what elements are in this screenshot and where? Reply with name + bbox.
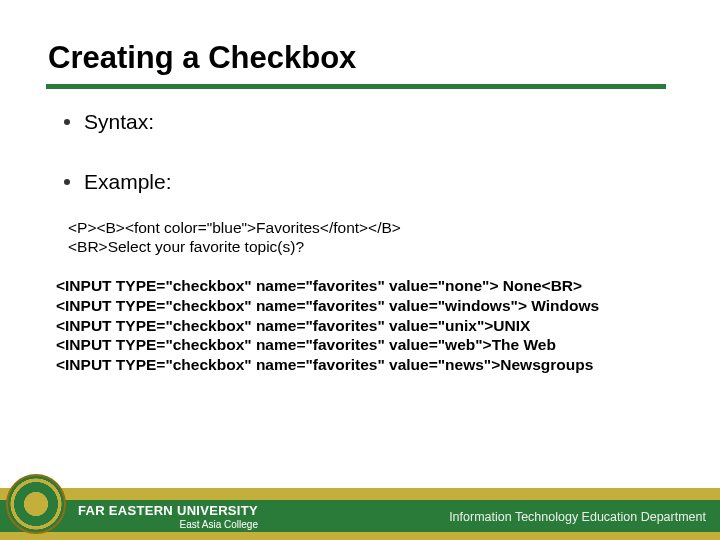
university-block: FAR EASTERN UNIVERSITY East Asia College (78, 503, 258, 530)
footer-stripe-gold (0, 488, 720, 500)
code-line: <INPUT TYPE="checkbox" name="favorites" … (56, 335, 599, 355)
university-seal-icon (6, 474, 66, 534)
slide: Creating a Checkbox Syntax: Example: <P>… (0, 0, 720, 540)
code-line: <INPUT TYPE="checkbox" name="favorites" … (56, 355, 599, 375)
title-underline (46, 84, 666, 89)
footer: FAR EASTERN UNIVERSITY East Asia College… (0, 484, 720, 540)
bullet-syntax: Syntax: (58, 110, 154, 134)
slide-title: Creating a Checkbox (48, 40, 356, 76)
university-name: FAR EASTERN UNIVERSITY (78, 503, 258, 518)
bullet-syntax-label: Syntax: (84, 110, 154, 134)
bullet-example: Example: (58, 170, 172, 194)
code-line: <INPUT TYPE="checkbox" name="favorites" … (56, 316, 599, 336)
code-line: <P><B><font color="blue">Favorites</font… (68, 218, 401, 237)
bullet-example-label: Example: (84, 170, 172, 194)
code-block-2: <INPUT TYPE="checkbox" name="favorites" … (56, 276, 599, 375)
bullet-dot-icon (64, 179, 70, 185)
bullet-dot-icon (64, 119, 70, 125)
code-line: <BR>Select your favorite topic(s)? (68, 237, 401, 256)
code-block-1: <P><B><font color="blue">Favorites</font… (68, 218, 401, 257)
college-name: East Asia College (78, 519, 258, 530)
code-line: <INPUT TYPE="checkbox" name="favorites" … (56, 296, 599, 316)
footer-stripe-gold-bottom (0, 532, 720, 540)
code-line: <INPUT TYPE="checkbox" name="favorites" … (56, 276, 599, 296)
department-name: Information Technology Education Departm… (449, 510, 706, 524)
